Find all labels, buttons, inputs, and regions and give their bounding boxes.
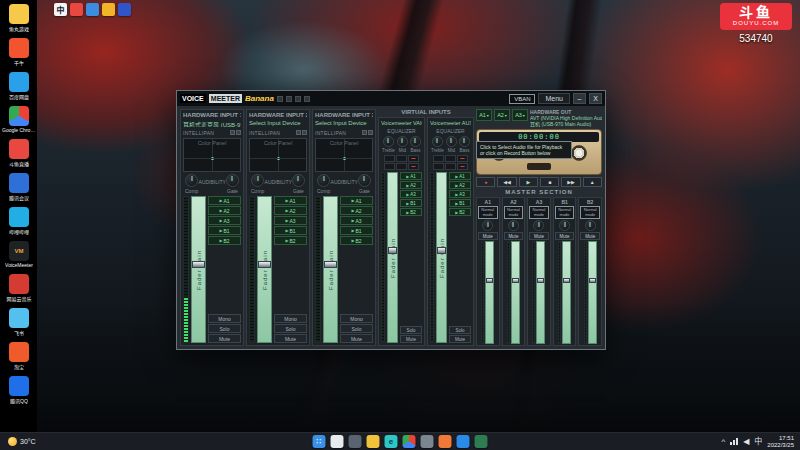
fader-thumb[interactable]	[192, 261, 205, 268]
mono-icon[interactable]	[230, 130, 235, 135]
transport-button[interactable]: ●	[476, 177, 495, 187]
bus-assign-button[interactable]: B2	[208, 236, 241, 245]
mono-button[interactable]: Mono	[340, 314, 373, 323]
desktop-icon[interactable]: 飞书	[2, 308, 36, 336]
bus-assign-button[interactable]: B1	[449, 199, 471, 207]
bus-assign-button[interactable]: A2	[208, 206, 241, 215]
bus-assign-button[interactable]: A3	[208, 216, 241, 225]
layout-preset-button[interactable]	[304, 96, 310, 102]
comp-knob[interactable]	[251, 174, 264, 187]
desktop-icon[interactable]: 哔哩哔哩	[2, 207, 36, 235]
bus-mode-button[interactable]: Normal mode	[580, 206, 600, 219]
color-panel-pad[interactable]: Color Panel	[315, 138, 373, 172]
voicemeeter-titlebar[interactable]: VOICE MEETER Banana VBAN Menu – X	[177, 91, 605, 106]
solo-button[interactable]: Solo	[400, 326, 422, 334]
transport-button[interactable]: ▲	[583, 177, 602, 187]
bus-assign-button[interactable]: A2	[400, 181, 422, 189]
bus-mode-button[interactable]: Normal mode	[555, 206, 575, 219]
bus-assign-button[interactable]: B1	[208, 226, 241, 235]
fader-thumb[interactable]	[324, 261, 337, 268]
bus-assign-button[interactable]: A3	[400, 190, 422, 198]
bus-fader-slider[interactable]	[511, 241, 520, 344]
matrix-cell[interactable]	[433, 163, 444, 170]
matrix-cell[interactable]	[433, 155, 444, 162]
transport-button[interactable]: ■	[540, 177, 559, 187]
eq-knob[interactable]	[410, 136, 421, 147]
comp-knob[interactable]	[185, 174, 198, 187]
fader-thumb[interactable]	[258, 261, 271, 268]
bus-assign-button[interactable]: A1	[449, 172, 471, 180]
bus-gain-knob[interactable]	[559, 220, 570, 231]
fader-thumb[interactable]	[437, 247, 446, 254]
taskbar-icon[interactable]	[457, 435, 470, 448]
fader-thumb[interactable]	[388, 247, 397, 254]
bus-assign-button[interactable]: A3	[274, 216, 307, 225]
eq-knob[interactable]	[446, 136, 457, 147]
color-panel-pad[interactable]: Color Panel	[183, 138, 241, 172]
fader-gain-slider[interactable]: Fader Gain	[387, 172, 398, 343]
color-panel-pad[interactable]: Color Panel	[249, 138, 307, 172]
matrix-cell[interactable]	[445, 155, 456, 162]
volume-icon[interactable]: ◀	[743, 438, 749, 446]
transport-button[interactable]: ▶▶	[561, 177, 580, 187]
stereo-icon[interactable]	[302, 130, 307, 135]
weather-widget[interactable]: 30°C	[0, 437, 36, 446]
bus-assign-button[interactable]: B2	[400, 208, 422, 216]
matrix-cell[interactable]	[384, 155, 395, 162]
solo-button[interactable]: Solo	[340, 324, 373, 333]
bus-fader-slider[interactable]	[536, 241, 545, 344]
fader-gain-slider[interactable]: Fader Gain	[436, 172, 447, 343]
mute-button[interactable]: Mute	[449, 335, 471, 343]
matrix-cell[interactable]	[396, 155, 407, 162]
bus-assign-button[interactable]: A1	[208, 196, 241, 205]
bus-assign-button[interactable]: A3	[340, 216, 373, 225]
bus-mute-button[interactable]: Mute	[555, 232, 575, 240]
ime-indicator[interactable]: 中	[754, 438, 762, 446]
taskbar-icon[interactable]	[403, 435, 416, 448]
bus-gain-knob[interactable]	[533, 220, 544, 231]
overlay-chip-icon[interactable]	[86, 3, 99, 16]
overlay-chip-icon[interactable]	[70, 3, 83, 16]
bus-mute-button[interactable]: Mute	[504, 232, 524, 240]
mono-button[interactable]: Mono	[208, 314, 241, 323]
taskbar-icon[interactable]	[367, 435, 380, 448]
tray-chevron-up-icon[interactable]: ^	[721, 438, 725, 446]
strip-device-select[interactable]: Voicemeeter VAIO	[381, 120, 422, 126]
bus-mode-button[interactable]: Normal mode	[478, 206, 498, 219]
desktop-icon[interactable]: 千牛	[2, 38, 36, 66]
bus-fader-slider[interactable]	[562, 241, 571, 344]
bus-mute-button[interactable]: Mute	[580, 232, 600, 240]
taskbar-icon[interactable]	[439, 435, 452, 448]
desktop-icon[interactable]: Google Chrome	[2, 106, 36, 133]
hardware-out-bus-button[interactable]: A3	[512, 109, 528, 121]
mono-icon[interactable]	[362, 130, 367, 135]
taskbar-icon[interactable]	[475, 435, 488, 448]
eq-knob[interactable]	[383, 136, 394, 147]
bus-gain-knob[interactable]	[482, 220, 493, 231]
desktop-icon[interactable]: 百度网盘	[2, 72, 36, 100]
close-button[interactable]: X	[589, 93, 602, 104]
bus-fader-slider[interactable]	[588, 241, 597, 344]
bus-assign-button[interactable]: B2	[449, 208, 471, 216]
bus-mode-button[interactable]: Normal mode	[504, 206, 524, 219]
solo-button[interactable]: Solo	[449, 326, 471, 334]
fader-gain-slider[interactable]: Fader Gain	[323, 196, 338, 343]
bus-assign-button[interactable]: B1	[274, 226, 307, 235]
stereo-icon[interactable]	[236, 130, 241, 135]
hardware-out-bus-button[interactable]: A2	[494, 109, 510, 121]
gate-knob[interactable]	[292, 174, 305, 187]
hardware-out-bus-button[interactable]: A1	[476, 109, 492, 121]
layout-preset-button[interactable]	[295, 96, 301, 102]
vban-button[interactable]: VBAN	[509, 94, 535, 104]
bus-assign-button[interactable]: B2	[274, 236, 307, 245]
fader-thumb[interactable]	[537, 278, 544, 283]
output-device-a2[interactable]: 耳机 (USB-970 Main Audio)	[530, 121, 602, 127]
bus-assign-button[interactable]: A1	[400, 172, 422, 180]
fader-thumb[interactable]	[589, 278, 596, 283]
bus-fader-slider[interactable]	[485, 241, 494, 344]
strip-device-select[interactable]: Voicemeeter AUX	[430, 120, 471, 126]
taskbar-icon[interactable]: e	[385, 435, 398, 448]
bus-assign-button[interactable]: A3	[449, 190, 471, 198]
eq-knob[interactable]	[397, 136, 408, 147]
mono-button[interactable]: Mono	[274, 314, 307, 323]
